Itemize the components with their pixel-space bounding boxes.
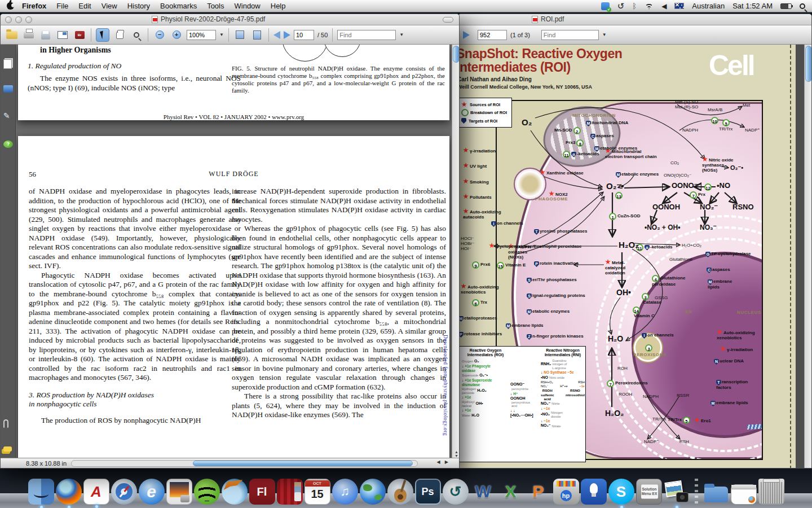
howto-panel-icon[interactable]: ? (3, 141, 13, 148)
roi-find-field[interactable] (541, 30, 599, 40)
wifi-icon[interactable] (645, 3, 654, 10)
previous-page-button[interactable] (273, 31, 280, 39)
physiol-rev-pdf-window[interactable]: Physiol Rev-2002-Dröge-47-95.pdf Br − + … (0, 14, 460, 468)
apple-menu-icon[interactable] (7, 2, 14, 10)
roi-scroll-thumb[interactable] (805, 46, 812, 82)
zoom-button[interactable] (25, 16, 32, 23)
next-page-button[interactable] (463, 31, 470, 39)
dock-item-ical[interactable]: OCT15 (304, 479, 330, 505)
page-display-button[interactable] (56, 28, 69, 42)
inset-enzyme: NO Synthase (544, 370, 567, 374)
dock-item-acrobat[interactable]: A (83, 479, 109, 505)
spotlight-icon[interactable] (800, 3, 805, 9)
open-file-button[interactable] (5, 28, 19, 42)
battery-icon[interactable] (780, 3, 792, 9)
inset-species-note: Guanidino nitrogen of L-arginine (552, 359, 567, 370)
toolbar-toggle-button[interactable] (443, 17, 453, 23)
time-machine-icon[interactable]: ↺ (617, 2, 625, 10)
page-number-field[interactable] (294, 30, 314, 40)
comments-panel-icon[interactable] (3, 446, 12, 452)
close-button[interactable] (5, 16, 12, 23)
minimize-button[interactable] (15, 16, 22, 23)
fit-page-button[interactable] (250, 28, 264, 42)
menu-item-tools[interactable]: Tools (207, 2, 224, 10)
attachments-panel-icon[interactable] (3, 419, 8, 428)
pages-panel-icon[interactable] (3, 59, 12, 69)
zoom-tool-button[interactable] (130, 28, 143, 42)
dock-item-excel[interactable]: X (498, 479, 524, 505)
select-tool-button[interactable] (96, 28, 109, 42)
physiol-window-titlebar[interactable]: Physiol Rev-2002-Dröge-47-95.pdf (1, 14, 459, 25)
dock-item-hp2[interactable] (581, 479, 607, 505)
dock-item-hp1[interactable]: hp (553, 479, 579, 505)
find-dropdown-caret[interactable]: ▼ (399, 32, 404, 37)
dock-item-capture[interactable] (664, 479, 690, 505)
print-button[interactable] (22, 28, 36, 42)
dock-item-iphoto[interactable] (166, 479, 192, 505)
menu-app-name[interactable]: Firefox (22, 2, 46, 10)
horizontal-scroll-thumb[interactable] (193, 461, 413, 466)
menu-item-help[interactable]: Help (271, 2, 286, 10)
find-field[interactable] (337, 30, 396, 40)
roi-window-titlebar[interactable]: ROI.pdf (458, 14, 811, 25)
menu-item-file[interactable]: File (56, 2, 68, 10)
dock-item-skype[interactable]: S (608, 479, 634, 505)
dock-item-safari[interactable] (111, 479, 137, 505)
roi-page-number-field[interactable] (478, 30, 507, 40)
dock-item-solution[interactable]: Solution Menu EX (636, 479, 662, 505)
inset-species-name: Hydroxyl radical (462, 400, 475, 408)
scrollbar-arrows[interactable]: ▲▼ (452, 450, 460, 458)
download-watermark: Downloaded from physrev.physiology.org (443, 335, 448, 436)
dock-item-finder[interactable] (28, 479, 54, 505)
dock-item-ie[interactable]: e (139, 479, 165, 505)
search-browse-button[interactable]: Br (73, 28, 86, 42)
document-view[interactable]: in Higher Organisms 1. Regulated product… (16, 45, 452, 459)
menu-item-view[interactable]: View (102, 2, 117, 10)
menu-item-history[interactable]: History (127, 2, 150, 10)
zoom-level-field[interactable] (187, 30, 216, 40)
dock-item-garageband[interactable] (387, 479, 413, 505)
zoom-out-button[interactable]: − (153, 28, 166, 42)
menu-item-edit[interactable]: Edit (78, 2, 91, 10)
dock-item-spotify[interactable] (194, 479, 220, 505)
roi-vertical-scrollbar[interactable] (804, 45, 812, 468)
zoom-dropdown-caret[interactable]: ▼ (219, 32, 224, 37)
dock-item-folder[interactable] (703, 479, 729, 505)
roi-pdf-window[interactable]: ROI.pdf (1 of 3) ▼ SnapShot: Reactive Ox… (458, 14, 812, 468)
menu-item-bookmarks[interactable]: Bookmarks (160, 2, 197, 10)
roi-find-dropdown-caret[interactable]: ▼ (602, 32, 607, 37)
horizontal-scroll-buttons[interactable]: ◀ ▶ (436, 459, 450, 465)
dock-item-miniwin[interactable] (731, 484, 757, 505)
dock-item-photoshop[interactable]: Ps (415, 479, 441, 505)
dropbox-icon[interactable] (601, 2, 610, 10)
horizontal-scrollbar[interactable] (71, 460, 418, 467)
dock-item-earth[interactable] (360, 479, 386, 505)
inset-molecule: OONOH (510, 396, 525, 400)
dock-item-itunes[interactable]: ♫ (332, 479, 358, 505)
save-button[interactable] (39, 28, 52, 42)
physiol-scroll-thumb[interactable] (453, 46, 460, 63)
inset-molecule: •NO (541, 375, 548, 379)
dock-item-trash[interactable] (758, 479, 784, 505)
input-source-label[interactable]: Australian (692, 2, 725, 10)
input-source-flag-icon[interactable] (674, 3, 684, 9)
shield-label: Metabolic enzymes (594, 146, 637, 152)
signatures-panel-icon[interactable]: ✎ (3, 111, 10, 120)
dock-item-flash[interactable]: Fl (249, 479, 275, 505)
physiol-vertical-scrollbar[interactable]: ▲▼ (452, 45, 460, 459)
volume-icon[interactable]: ◀ (661, 2, 667, 10)
dock-item-photobooth[interactable] (277, 479, 303, 505)
menu-item-window[interactable]: Window (235, 2, 261, 10)
zoom-in-button[interactable]: + (170, 28, 183, 42)
dock-item-timemachine[interactable]: ↺ (443, 479, 469, 505)
hand-tool-button[interactable] (113, 28, 126, 42)
dock-item-word[interactable]: W (470, 479, 496, 505)
menu-bar-clock[interactable]: Sat 1:52 AM (732, 2, 773, 10)
dock-item-firefox[interactable] (56, 479, 82, 505)
fit-width-button[interactable] (233, 28, 247, 42)
bluetooth-icon[interactable]: ᛒ (632, 2, 637, 10)
dock-item-globe[interactable] (222, 479, 248, 505)
next-page-button[interactable] (284, 31, 290, 39)
dock-item-powerpoint[interactable]: P (526, 479, 551, 505)
bookmarks-panel-icon[interactable] (3, 85, 13, 93)
